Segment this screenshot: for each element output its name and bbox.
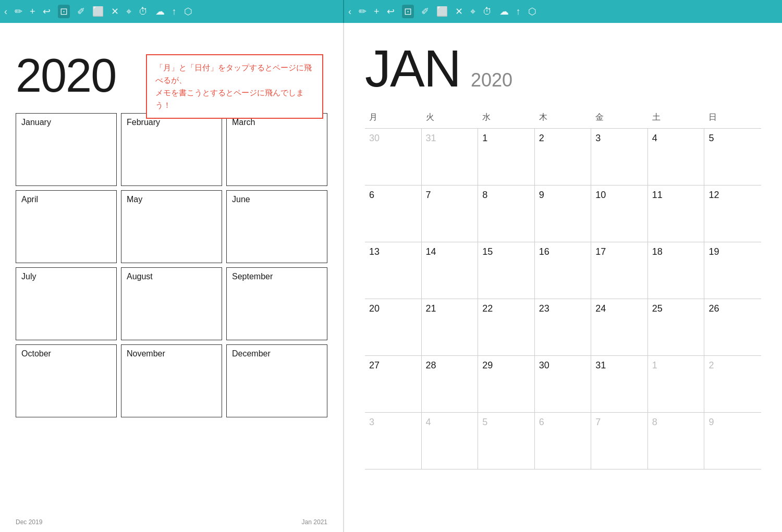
- pencil-icon[interactable]: ✏: [15, 6, 22, 17]
- clock-icon-r[interactable]: ⏱: [483, 6, 492, 17]
- cal-day-cell[interactable]: 21: [422, 299, 479, 355]
- cal-day-cell[interactable]: 2: [704, 356, 761, 412]
- pen-tool-icon-r[interactable]: ⊡: [402, 5, 414, 18]
- cal-day-cell[interactable]: 23: [535, 299, 592, 355]
- clock-icon[interactable]: ⏱: [139, 6, 148, 17]
- month-cell-july[interactable]: July: [16, 267, 117, 340]
- notice-box: 「月」と「日付」をタップするとページに飛べるが、 メモを書こうとするとページに飛…: [146, 54, 323, 119]
- left-panel: 2020 「月」と「日付」をタップするとページに飛べるが、 メモを書こうとすると…: [0, 23, 344, 532]
- cal-day-cell[interactable]: 25: [648, 299, 705, 355]
- tablet-icon-r[interactable]: ⬜: [436, 6, 448, 17]
- cal-day-cell[interactable]: 8: [478, 185, 535, 242]
- cal-day-cell[interactable]: 30: [365, 129, 422, 185]
- add-icon-r[interactable]: +: [374, 6, 380, 17]
- cal-week-row: 3456789: [365, 412, 761, 469]
- cal-day-cell[interactable]: 8: [648, 413, 705, 469]
- cal-day-cell[interactable]: 16: [535, 242, 592, 299]
- cal-day-cell[interactable]: 9: [704, 413, 761, 469]
- month-cell-december[interactable]: December: [226, 344, 327, 417]
- cal-day-cell[interactable]: 13: [365, 242, 422, 299]
- undo-icon-r[interactable]: ↩: [387, 6, 395, 17]
- back-icon[interactable]: ‹: [4, 6, 7, 17]
- cal-week-row: 6789101112: [365, 185, 761, 242]
- month-cell-october[interactable]: October: [16, 344, 117, 417]
- cal-day-cell[interactable]: 18: [648, 242, 705, 299]
- lasso-icon[interactable]: ⌖: [126, 6, 131, 17]
- add-icon[interactable]: +: [30, 6, 35, 17]
- day-number: 21: [426, 303, 474, 314]
- cal-day-cell[interactable]: 19: [704, 242, 761, 299]
- cal-day-cell[interactable]: 26: [704, 299, 761, 355]
- month-cell-august[interactable]: August: [121, 267, 222, 340]
- month-header: JAN 2020: [365, 39, 761, 98]
- cal-day-cell[interactable]: 7: [422, 185, 479, 242]
- cal-day-cell[interactable]: 7: [591, 413, 648, 469]
- cal-day-cell[interactable]: 20: [365, 299, 422, 355]
- day-number: 16: [539, 246, 587, 257]
- cal-day-cell[interactable]: 4: [422, 413, 479, 469]
- month-cell-june[interactable]: June: [226, 190, 327, 263]
- day-number: 26: [708, 303, 757, 314]
- month-cell-march[interactable]: March: [226, 113, 327, 186]
- share-icon-r[interactable]: ↑: [516, 6, 521, 17]
- month-cell-february[interactable]: February: [121, 113, 222, 186]
- day-number: 9: [708, 417, 757, 428]
- cal-day-cell[interactable]: 28: [422, 356, 479, 412]
- cal-day-cell[interactable]: 11: [648, 185, 705, 242]
- cal-day-cell[interactable]: 5: [704, 129, 761, 185]
- cal-day-cell[interactable]: 15: [478, 242, 535, 299]
- month-cell-label: July: [21, 272, 36, 281]
- cal-day-cell[interactable]: 3: [365, 413, 422, 469]
- cloud-icon-r[interactable]: ☁: [499, 6, 509, 17]
- eraser-icon-r[interactable]: ✕: [455, 6, 463, 17]
- cal-day-cell[interactable]: 27: [365, 356, 422, 412]
- eraser-icon[interactable]: ✕: [111, 6, 119, 17]
- cal-day-cell[interactable]: 9: [535, 185, 592, 242]
- month-big-title[interactable]: JAN: [365, 39, 460, 98]
- grid-icon[interactable]: ⬡: [184, 6, 192, 17]
- day-number: 1: [652, 360, 700, 371]
- cal-day-cell[interactable]: 3: [591, 129, 648, 185]
- marker-icon-r[interactable]: ✐: [421, 6, 429, 17]
- day-number: 11: [652, 190, 700, 201]
- cal-day-cell[interactable]: 31: [591, 356, 648, 412]
- cal-week-row: 272829303112: [365, 355, 761, 412]
- grid-icon-r[interactable]: ⬡: [528, 6, 536, 17]
- month-cell-november[interactable]: November: [121, 344, 222, 417]
- month-cell-january[interactable]: January: [16, 113, 117, 186]
- cal-day-cell[interactable]: 31: [422, 129, 479, 185]
- month-cell-april[interactable]: April: [16, 190, 117, 263]
- cal-day-cell[interactable]: 2: [535, 129, 592, 185]
- cal-day-cell[interactable]: 30: [535, 356, 592, 412]
- marker-icon[interactable]: ✐: [77, 6, 85, 17]
- cal-day-cell[interactable]: 6: [365, 185, 422, 242]
- cal-day-cell[interactable]: 6: [535, 413, 592, 469]
- day-number: 2: [539, 133, 587, 144]
- cal-day-cell[interactable]: 1: [478, 129, 535, 185]
- cal-day-cell[interactable]: 29: [478, 356, 535, 412]
- month-year-sub: 2020: [471, 69, 512, 91]
- pen-tool-icon[interactable]: ⊡: [58, 5, 70, 18]
- day-number: 10: [595, 190, 643, 201]
- cal-day-cell[interactable]: 14: [422, 242, 479, 299]
- cal-day-cell[interactable]: 12: [704, 185, 761, 242]
- cal-day-cell[interactable]: 1: [648, 356, 705, 412]
- share-icon[interactable]: ↑: [172, 6, 177, 17]
- day-number: 1: [482, 133, 530, 144]
- month-cell-may[interactable]: May: [121, 190, 222, 263]
- cal-day-cell[interactable]: 22: [478, 299, 535, 355]
- cal-day-cell[interactable]: 4: [648, 129, 705, 185]
- cal-day-cell[interactable]: 5: [478, 413, 535, 469]
- pencil-icon-r[interactable]: ✏: [359, 6, 366, 17]
- cal-day-cell[interactable]: 17: [591, 242, 648, 299]
- back-icon-r[interactable]: ‹: [348, 6, 351, 17]
- main-content: 2020 「月」と「日付」をタップするとページに飛べるが、 メモを書こうとすると…: [0, 23, 782, 532]
- cloud-icon[interactable]: ☁: [155, 6, 165, 17]
- footer-left: Dec 2019: [16, 518, 42, 526]
- lasso-icon-r[interactable]: ⌖: [470, 6, 475, 17]
- cal-day-cell[interactable]: 10: [591, 185, 648, 242]
- cal-day-cell[interactable]: 24: [591, 299, 648, 355]
- undo-icon[interactable]: ↩: [43, 6, 51, 17]
- tablet-icon[interactable]: ⬜: [92, 6, 104, 17]
- month-cell-september[interactable]: September: [226, 267, 327, 340]
